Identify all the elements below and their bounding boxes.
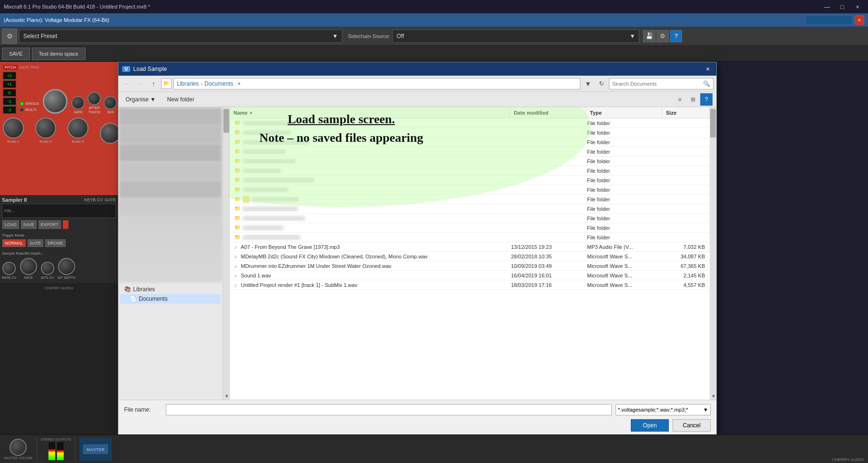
table-row[interactable]: ♪MDelayMB 2d2c (Sound FX City) Mixdown (… <box>230 252 710 261</box>
gate-mode-btn[interactable]: GATE <box>28 239 44 247</box>
plugin-header: (Acoustic Piano): Voltage Modular FX (64… <box>0 13 868 27</box>
open-button[interactable]: Open <box>631 419 669 432</box>
table-row[interactable]: ♪Sound 1.wav 16/04/2019 16:01 Microsoft … <box>230 271 710 280</box>
view-btn-tiles[interactable]: ⊞ <box>687 93 699 106</box>
sus-knob[interactable] <box>104 96 117 109</box>
bits-cv-knob[interactable] <box>41 262 54 275</box>
trigger-mode-label: Trigger Mode <box>2 233 24 237</box>
gear-button[interactable]: ⚙ <box>2 29 17 44</box>
table-row[interactable]: 📁 File folder <box>230 176 710 185</box>
help-icon-btn[interactable]: ? <box>670 30 682 42</box>
table-row[interactable]: 📁 File folder <box>230 223 710 233</box>
filetype-dropdown[interactable]: *.voltagesample;*.wav;*.mp3;* ▼ <box>616 404 711 415</box>
browser-content: 📚 Libraries 📄 Documents ▼ <box>118 107 716 400</box>
knob4[interactable] <box>100 123 118 144</box>
settings-icon-btn[interactable]: ⚙ <box>656 30 669 42</box>
plugin-header-btn1[interactable] <box>805 15 853 25</box>
breadcrumb-libraries[interactable]: Libraries <box>177 80 199 87</box>
location-icon-btn[interactable]: 📁 <box>161 79 172 89</box>
test-demo-button[interactable]: Test demo space <box>32 48 86 60</box>
table-row[interactable]: 📁 File folder <box>230 157 710 166</box>
tree-libraries-icon: 📚 <box>124 286 131 293</box>
drone-btn[interactable]: DRONE <box>45 239 66 247</box>
close-btn[interactable]: × <box>851 0 864 13</box>
main-pitch-knob[interactable] <box>43 89 68 114</box>
cherry-audio-section: CHERRY AUDIO <box>832 457 864 462</box>
cancel-button[interactable]: Cancel <box>673 419 711 432</box>
file-type: File folder <box>584 235 660 240</box>
knob3-label: Knob 3 <box>72 139 84 144</box>
forward-btn[interactable]: → <box>135 78 146 89</box>
organise-btn[interactable]: Organise ▼ <box>122 94 159 105</box>
view-btn-detail[interactable]: ≡ <box>674 93 686 106</box>
nav-dropdown-btn[interactable]: ▼ <box>582 78 594 89</box>
vu-right-fill <box>57 450 64 460</box>
table-row[interactable]: 📁 File folder <box>230 147 710 157</box>
table-row[interactable]: 📁 File folder <box>230 233 710 242</box>
master-block[interactable]: MASTER <box>83 444 108 454</box>
sidechain-dropdown[interactable]: Off ▼ <box>392 30 639 43</box>
scroll-down-arrow[interactable]: ▼ <box>224 394 229 399</box>
up-btn[interactable]: ↑ <box>148 78 159 89</box>
right-scroll[interactable]: ▼ <box>710 107 716 400</box>
table-row[interactable]: 📁 File folder <box>230 138 710 147</box>
col-header-type[interactable]: Type <box>586 107 662 118</box>
master-volume-knob[interactable] <box>10 439 27 456</box>
back-btn[interactable]: ← <box>121 78 133 89</box>
folder-icon: 📁 <box>234 206 241 212</box>
table-row[interactable]: ♪MDrummer into EZdrummer 1M Under Street… <box>230 261 710 271</box>
scroll-down-icon[interactable]: ▼ <box>711 394 716 399</box>
folder-icon: 📁 <box>234 196 241 202</box>
refresh-btn[interactable]: ↻ <box>596 78 607 89</box>
export-btn[interactable]: EXPORT <box>39 220 61 229</box>
folder-icon: 📁 <box>234 225 241 231</box>
rate-cv-knob[interactable] <box>2 262 16 275</box>
col-header-date[interactable]: Date modified <box>510 107 586 118</box>
knob2[interactable] <box>35 118 56 138</box>
maximize-btn[interactable]: □ <box>836 0 849 13</box>
search-input[interactable] <box>612 81 701 87</box>
table-row[interactable]: 📁 File folder <box>230 185 710 195</box>
bit-depth-knob[interactable] <box>58 258 75 275</box>
save-btn-sampler[interactable]: SAVE <box>21 220 37 229</box>
knob3[interactable] <box>68 118 88 138</box>
left-scroll[interactable]: ▼ <box>223 107 230 400</box>
table-row[interactable]: ♪Untitled Project render #1 [track 1] - … <box>230 280 710 290</box>
col-header-name[interactable]: Name ▲ <box>230 107 510 118</box>
table-row[interactable]: 📁 File folder <box>230 166 710 176</box>
minimize-btn[interactable]: — <box>820 0 834 13</box>
file-date-3: 10/09/2019 03:49 <box>508 263 584 269</box>
knob1[interactable] <box>3 118 24 138</box>
plugin-close-btn[interactable]: × <box>855 15 864 25</box>
filename-input[interactable] <box>166 404 612 415</box>
file-size-2: 34,087 KB <box>660 254 708 259</box>
breadcrumb-arrow: ▼ <box>237 81 241 86</box>
after-touch-knob[interactable] <box>87 92 101 105</box>
table-row[interactable]: 📁 File folder <box>230 128 710 138</box>
table-row[interactable]: 📁 File folder <box>230 214 710 223</box>
normal-btn[interactable]: NORMAL <box>2 239 26 247</box>
new-folder-btn[interactable]: New folder <box>163 94 199 105</box>
audio-filename-5: Untitled Project render #1 [track 1] - S… <box>241 282 357 288</box>
load-btn[interactable]: LOAD <box>2 220 19 229</box>
rate-knob[interactable] <box>20 258 37 275</box>
col-header-size[interactable]: Size <box>662 107 710 118</box>
view-btn-help[interactable]: ? <box>700 93 713 106</box>
gate-knob[interactable] <box>71 96 85 109</box>
tree-documents[interactable]: 📄 Documents <box>120 294 221 304</box>
table-row[interactable]: 📁 File folder <box>230 204 710 214</box>
blurred-name <box>243 207 298 211</box>
save-button[interactable]: SAVE <box>2 48 30 60</box>
table-row[interactable]: 📁 File folder <box>230 118 710 128</box>
gate-label: GATE <box>19 65 29 69</box>
search-icon: 🔍 <box>703 80 710 87</box>
table-row[interactable]: ♪A07 - From Beyond The Grave [1973].mp3 … <box>230 242 710 252</box>
gate-knob-label: GATE <box>74 110 83 114</box>
preset-dropdown[interactable]: Select Preset ▼ <box>19 30 342 43</box>
table-row[interactable]: 📁 File folder <box>230 195 710 204</box>
breadcrumb-documents[interactable]: Documents <box>204 80 233 87</box>
tree-libraries[interactable]: 📚 Libraries <box>120 285 221 294</box>
sort-up-icon: ▲ <box>249 110 253 115</box>
save-icon-btn[interactable]: 💾 <box>643 30 656 42</box>
dialog-close-btn[interactable]: × <box>703 64 713 74</box>
